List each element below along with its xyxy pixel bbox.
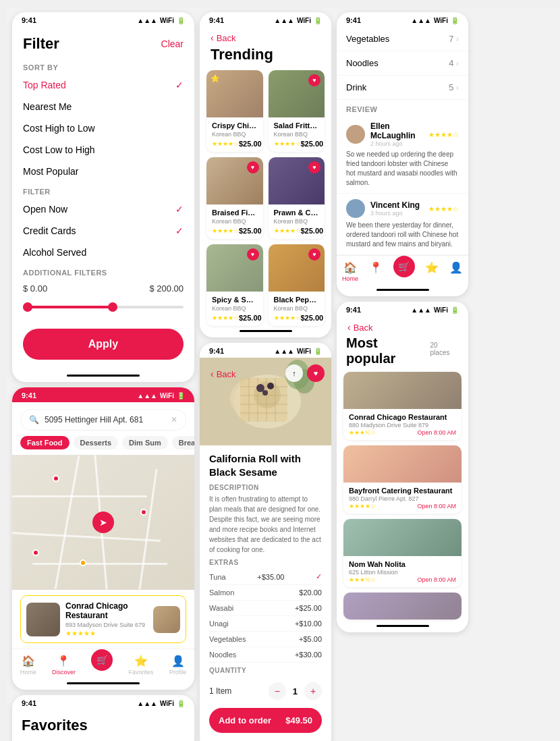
nav-bar-catrev: 🏠 Home 📍 🛒 ⭐ 👤 bbox=[337, 255, 468, 285]
price-slider[interactable] bbox=[12, 298, 194, 322]
food-name-0: Crispy Chicken San... bbox=[212, 121, 258, 130]
back-button-detail[interactable]: ‹ Back bbox=[200, 363, 247, 379]
share-button[interactable]: ↑ bbox=[285, 364, 303, 382]
extra-price-wasabi: +$25.00 bbox=[295, 604, 322, 612]
food-card-1[interactable]: ♥ Salad Fritters Korean BBQ ★★★★☆ $25.00 bbox=[269, 70, 325, 152]
nav-discover-catrev[interactable]: 📍 bbox=[369, 261, 383, 282]
map-pin-1[interactable] bbox=[53, 475, 59, 482]
food-img-2: ♥ bbox=[206, 157, 263, 204]
nav-favorites-label: Favorites bbox=[129, 669, 154, 676]
tab-breakfast[interactable]: Breakfa... bbox=[172, 436, 194, 449]
back-button-trending[interactable]: ‹ Back bbox=[200, 27, 331, 43]
food-card-3[interactable]: ♥ Prawn & Chicken Roll Korean BBQ ★★★★☆ … bbox=[269, 157, 325, 239]
nav-discover[interactable]: 📍 Discover bbox=[52, 655, 76, 676]
reviewer-1: Vincent King 3 hours ago ★★★★☆ bbox=[346, 199, 459, 218]
cat-item-noodles[interactable]: Noodles 4 › bbox=[337, 51, 468, 76]
food-card-5[interactable]: ♥ Black Pepper Chicken Korean BBQ ★★★★☆ … bbox=[269, 244, 325, 326]
nav-profile[interactable]: 👤 Profile bbox=[169, 655, 187, 676]
filter-alcohol-served[interactable]: Alcohol Served bbox=[12, 242, 194, 263]
food-category-5: Korean BBQ bbox=[274, 305, 320, 312]
back-button-popular[interactable]: ‹ Back bbox=[337, 317, 468, 333]
popular-title: Most popular bbox=[346, 335, 430, 366]
filter-open-now[interactable]: Open Now ✓ bbox=[12, 198, 194, 220]
back-chevron-detail-icon: ‹ bbox=[211, 368, 214, 379]
review-label: REVIEW bbox=[337, 100, 468, 116]
status-bar-filter: 9:41 ▲▲▲ WiFi 🔋 bbox=[12, 12, 194, 27]
slider-thumb-left[interactable] bbox=[23, 302, 32, 312]
sort-most-popular[interactable]: Most Popular bbox=[12, 161, 194, 182]
filter-clear-button[interactable]: Clear bbox=[161, 38, 184, 49]
sort-nearest-me[interactable]: Nearest Me bbox=[12, 96, 194, 117]
add-to-order-button[interactable]: Add to order $49.50 bbox=[209, 708, 322, 733]
nav-favorites[interactable]: ⭐ Favorites bbox=[129, 655, 154, 676]
map-pin-orange[interactable] bbox=[80, 559, 86, 566]
quantity-minus-button[interactable]: − bbox=[269, 682, 286, 700]
popular-item-3[interactable] bbox=[343, 593, 461, 620]
status-icons: ▲▲▲ WiFi 🔋 bbox=[137, 17, 185, 24]
popular-footer-1: ★★★★☆ Open 8:00 AM bbox=[349, 503, 456, 510]
nav-home[interactable]: 🏠 Home bbox=[20, 655, 36, 676]
cat-item-drink[interactable]: Drink 5 › bbox=[337, 76, 468, 100]
slider-track bbox=[23, 306, 184, 308]
favorite-button[interactable]: ♥ bbox=[307, 364, 325, 382]
extra-noodles[interactable]: Noodles +$30.00 bbox=[209, 647, 322, 663]
search-bar-map[interactable]: 🔍 5095 Hettinger Hill Apt. 681 ✕ bbox=[20, 409, 186, 431]
food-card-2[interactable]: ♥ Braised Fish Head Korean BBQ ★★★★☆ $25… bbox=[206, 157, 263, 239]
food-stars-3: ★★★★☆ bbox=[274, 227, 301, 234]
slider-thumb-right[interactable] bbox=[108, 302, 117, 312]
extra-wasabi[interactable]: Wasabi +$25.00 bbox=[209, 601, 322, 616]
food-stars-0: ★★★★☆ bbox=[212, 140, 239, 147]
filter-credit-cards[interactable]: Credit Cards ✓ bbox=[12, 220, 194, 242]
reviewer-time-1: 3 hours ago bbox=[370, 210, 420, 217]
cart-button-catrev[interactable]: 🛒 bbox=[393, 256, 415, 277]
extra-unagi[interactable]: Unagi +$10.00 bbox=[209, 616, 322, 632]
tab-dim-sum[interactable]: Dim Sum bbox=[122, 436, 168, 449]
cat-item-vegetables[interactable]: Vegetables 7 › bbox=[337, 27, 468, 51]
food-img-4: ♥ bbox=[206, 244, 263, 292]
nav-cart-catrev[interactable]: 🛒 bbox=[393, 261, 415, 282]
popular-info-2: Nom Wah Nolita 625 Litton Mission ★★★½☆ … bbox=[343, 556, 461, 587]
food-info-3: Prawn & Chicken Roll Korean BBQ ★★★★☆ $2… bbox=[269, 204, 325, 239]
favorites-title-container: Favorites bbox=[12, 710, 194, 738]
home-indicator bbox=[67, 375, 140, 377]
add-order-price: $49.50 bbox=[285, 715, 312, 725]
search-icon: 🔍 bbox=[29, 415, 39, 424]
sort-cost-low-high[interactable]: Cost Low to High bbox=[12, 139, 194, 161]
food-footer-2: ★★★★☆ $25.00 bbox=[212, 227, 258, 235]
nav-cart[interactable]: 🛒 bbox=[91, 655, 113, 676]
restaurant-card-map[interactable]: Conrad Chicago Restaurant 893 Madyson Dr… bbox=[20, 595, 186, 643]
popular-item-2[interactable]: Nom Wah Nolita 625 Litton Mission ★★★½☆ … bbox=[343, 519, 461, 587]
sort-cost-high-low[interactable]: Cost High to Low bbox=[12, 117, 194, 139]
popular-item-0[interactable]: Conrad Chicago Restaurant 880 Madyson Dr… bbox=[343, 372, 461, 440]
nav-home-catrev[interactable]: 🏠 Home bbox=[342, 261, 358, 282]
food-card-0[interactable]: ⭐ Crispy Chicken San... Korean BBQ ★★★★☆… bbox=[206, 70, 263, 152]
tab-fast-food[interactable]: Fast Food bbox=[20, 436, 69, 449]
map-pin-2[interactable] bbox=[140, 509, 147, 516]
nav-profile-catrev[interactable]: 👤 bbox=[449, 261, 463, 282]
extra-salmon[interactable]: Salmon $20.00 bbox=[209, 585, 322, 601]
home-indicator-map bbox=[67, 682, 140, 684]
food-name-2: Braised Fish Head bbox=[212, 209, 258, 217]
clear-search-icon[interactable]: ✕ bbox=[171, 415, 177, 424]
back-label-popular: Back bbox=[354, 323, 373, 333]
apply-button[interactable]: Apply bbox=[23, 329, 184, 360]
map-pin-3[interactable] bbox=[32, 549, 39, 556]
food-card-4[interactable]: ♥ Spicy & Sour Clams Korean BBQ ★★★★☆ $2… bbox=[206, 244, 263, 326]
map-view[interactable]: ➤ bbox=[12, 455, 194, 590]
food-price-0: $25.00 bbox=[239, 140, 262, 148]
time-display: 9:41 bbox=[22, 16, 36, 24]
sort-top-rated[interactable]: Top Rated ✓ bbox=[12, 74, 194, 96]
food-footer-3: ★★★★☆ $25.00 bbox=[274, 227, 320, 235]
extra-tuna[interactable]: Tuna +$35.00 ✓ bbox=[209, 569, 322, 585]
filter-label: FILTER bbox=[12, 182, 194, 198]
popular-item-1[interactable]: Bayfront Catering Restaurant 980 Darryl … bbox=[343, 445, 461, 514]
quantity-plus-button[interactable]: + bbox=[304, 682, 322, 700]
tab-desserts[interactable]: Desserts bbox=[74, 436, 118, 449]
filter-panel: 9:41 ▲▲▲ WiFi 🔋 Filter Clear SORT BY Top… bbox=[12, 12, 194, 382]
extra-vegetables[interactable]: Vegetables +$5.00 bbox=[209, 632, 322, 647]
popular-open-0: Open 8:00 AM bbox=[417, 429, 456, 436]
food-detail-image: ‹ Back ↑ ♥ bbox=[200, 358, 331, 445]
nav-fav-catrev[interactable]: ⭐ bbox=[425, 261, 439, 282]
cart-button[interactable]: 🛒 bbox=[91, 649, 113, 671]
map-search-input[interactable]: 5095 Hettinger Hill Apt. 681 bbox=[45, 415, 165, 424]
